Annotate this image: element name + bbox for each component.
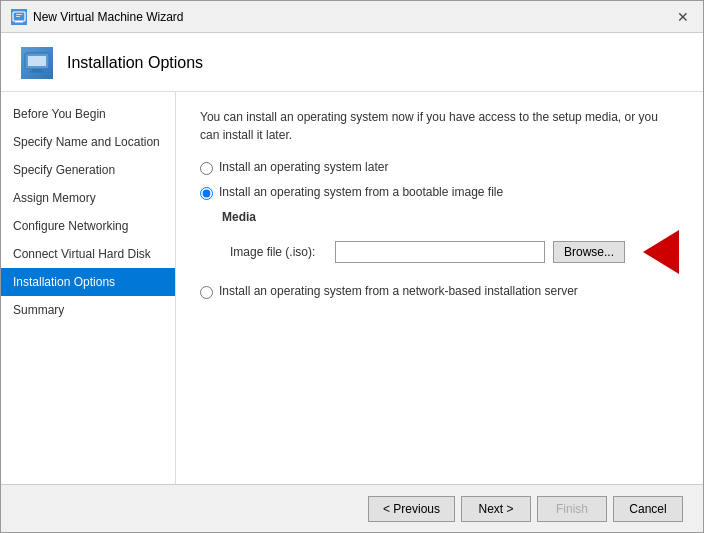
image-file-row: Image file (.iso): Browse... [230,230,679,274]
sidebar-item-specify-name-location[interactable]: Specify Name and Location [1,128,175,156]
radio-install-network[interactable] [200,286,213,299]
description-text: You can install an operating system now … [200,108,679,144]
option-install-bootable: Install an operating system from a boota… [200,185,679,200]
title-bar: New Virtual Machine Wizard ✕ [1,1,703,33]
content-area: Before You Begin Specify Name and Locati… [1,92,703,484]
sidebar-item-before-you-begin[interactable]: Before You Begin [1,100,175,128]
sidebar-item-installation-options[interactable]: Installation Options [1,268,175,296]
title-bar-left: New Virtual Machine Wizard [11,9,184,25]
svg-rect-7 [30,71,44,73]
image-file-input[interactable] [335,241,545,263]
close-button[interactable]: ✕ [673,7,693,27]
media-title: Media [222,210,679,224]
option-install-network: Install an operating system from a netwo… [200,284,679,299]
finish-button[interactable]: Finish [537,496,607,522]
svg-rect-3 [16,16,20,17]
media-section: Media Image file (.iso): Browse... [222,210,679,274]
page-title: Installation Options [67,54,203,72]
svg-rect-1 [15,21,23,23]
sidebar-item-assign-memory[interactable]: Assign Memory [1,184,175,212]
header-icon [21,47,53,79]
previous-button[interactable]: < Previous [368,496,455,522]
sidebar-item-specify-generation[interactable]: Specify Generation [1,156,175,184]
sidebar-item-configure-networking[interactable]: Configure Networking [1,212,175,240]
sidebar-item-summary[interactable]: Summary [1,296,175,324]
image-file-label: Image file (.iso): [230,245,315,259]
browse-button[interactable]: Browse... [553,241,625,263]
radio-install-later-label[interactable]: Install an operating system later [219,160,388,174]
svg-rect-2 [16,14,22,15]
svg-rect-6 [32,69,42,71]
radio-install-later[interactable] [200,162,213,175]
next-button[interactable]: Next > [461,496,531,522]
main-content-panel: You can install an operating system now … [176,92,703,484]
window-icon [11,9,27,25]
sidebar-item-connect-virtual-hard-disk[interactable]: Connect Virtual Hard Disk [1,240,175,268]
red-arrow-icon [643,230,679,274]
main-window: New Virtual Machine Wizard ✕ Installatio… [0,0,704,533]
radio-install-bootable[interactable] [200,187,213,200]
svg-rect-5 [28,56,46,66]
radio-install-bootable-label[interactable]: Install an operating system from a boota… [219,185,503,199]
sidebar: Before You Begin Specify Name and Locati… [1,92,176,484]
cancel-button[interactable]: Cancel [613,496,683,522]
option-install-later: Install an operating system later [200,160,679,175]
window-title: New Virtual Machine Wizard [33,10,184,24]
page-header: Installation Options [1,33,703,92]
footer: < Previous Next > Finish Cancel [1,484,703,532]
radio-install-network-label[interactable]: Install an operating system from a netwo… [219,284,578,298]
